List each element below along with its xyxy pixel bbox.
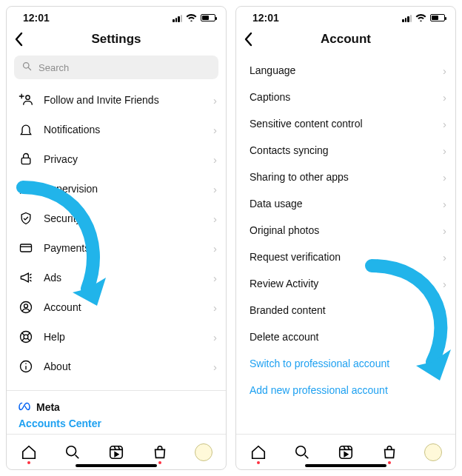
megaphone-icon (19, 270, 33, 285)
supervision-icon (19, 181, 33, 196)
settings-item-help[interactable]: Help › (7, 322, 226, 352)
svg-line-1 (28, 67, 30, 70)
accounts-center-link[interactable]: Accounts Center (19, 418, 214, 429)
chevron-right-icon: › (443, 304, 446, 317)
account-item-branded-content[interactable]: Branded content› (236, 297, 455, 324)
settings-item-label: Privacy (44, 153, 203, 165)
settings-item-notifications[interactable]: Notifications › (7, 115, 226, 144)
list-item-label: Sensitive content control (250, 118, 443, 130)
svg-point-4 (26, 95, 30, 99)
nav-header: Account (236, 26, 455, 53)
status-icons (402, 13, 445, 24)
settings-item-payments[interactable]: Payments › (7, 233, 226, 263)
list-item-label: Add new professional account (250, 384, 446, 396)
list-item-label: Contacts syncing (250, 144, 443, 156)
settings-item-supervision[interactable]: Supervision › (7, 174, 226, 204)
account-screen: 12:01 Account Language› Captions› Sensit… (235, 6, 456, 470)
nav-search[interactable] (62, 442, 83, 463)
chevron-right-icon: › (213, 272, 217, 284)
account-item-contacts[interactable]: Contacts syncing› (236, 137, 455, 164)
back-button[interactable] (14, 32, 33, 47)
account-item-data-usage[interactable]: Data usage› (236, 190, 455, 217)
settings-item-security[interactable]: Security › (7, 204, 226, 233)
svg-line-15 (27, 332, 30, 335)
svg-line-14 (21, 332, 24, 335)
account-item-original-photos[interactable]: Original photos› (236, 217, 455, 244)
svg-point-21 (67, 446, 76, 455)
settings-item-ads[interactable]: Ads › (7, 263, 226, 292)
account-item-sensitive[interactable]: Sensitive content control› (236, 110, 455, 137)
list-item-label: Branded content (250, 304, 443, 316)
svg-rect-8 (21, 244, 32, 252)
search-placeholder: Search (38, 62, 69, 73)
status-time: 12:01 (23, 12, 50, 24)
bell-icon (19, 122, 33, 137)
signal-icon (173, 13, 182, 22)
account-item-request-verification[interactable]: Request verification› (236, 244, 455, 270)
home-indicator (305, 464, 386, 467)
settings-item-label: Notifications (44, 124, 203, 135)
list-item-label: Sharing to other apps (250, 171, 443, 183)
settings-item-label: Follow and Invite Friends (44, 94, 203, 106)
account-item-delete-account[interactable]: Delete account› (236, 324, 455, 350)
account-item-sharing[interactable]: Sharing to other apps› (236, 164, 455, 190)
settings-item-privacy[interactable]: Privacy › (7, 144, 226, 174)
svg-rect-23 (110, 446, 123, 458)
nav-home[interactable] (19, 442, 39, 463)
nav-reels[interactable] (106, 442, 127, 463)
settings-item-label: Account (44, 301, 203, 313)
lock-icon (19, 152, 33, 167)
svg-point-20 (25, 363, 27, 364)
account-item-captions[interactable]: Captions› (236, 84, 455, 110)
nav-shop[interactable] (379, 442, 400, 463)
meta-brand-label: Meta (36, 401, 60, 413)
list-item-label: Delete account (250, 331, 443, 343)
svg-point-13 (24, 335, 28, 339)
back-button[interactable] (244, 32, 263, 47)
account-link-add-professional[interactable]: Add new professional account (236, 377, 455, 403)
account-link-switch-professional[interactable]: Switch to professional account (236, 350, 455, 377)
svg-point-11 (24, 304, 28, 308)
battery-icon (430, 14, 445, 21)
nav-reels[interactable] (335, 442, 356, 463)
meta-brand-line: Meta (19, 401, 214, 413)
chevron-right-icon: › (213, 301, 217, 314)
page-title: Account (263, 32, 429, 47)
nav-profile[interactable] (193, 442, 214, 463)
svg-line-17 (27, 338, 30, 341)
wifi-icon (415, 13, 426, 24)
settings-item-follow-invite[interactable]: Follow and Invite Friends › (7, 85, 226, 115)
list-item-label: Data usage (250, 198, 443, 209)
chevron-right-icon: › (213, 212, 217, 225)
account-item-language[interactable]: Language› (236, 57, 455, 84)
chevron-right-icon: › (443, 278, 446, 290)
chevron-right-icon: › (213, 242, 217, 255)
nav-home[interactable] (248, 442, 269, 463)
settings-item-label: Ads (44, 272, 203, 284)
list-item-label: Language (250, 64, 443, 76)
chevron-right-icon: › (213, 124, 217, 136)
chevron-right-icon: › (443, 198, 446, 210)
svg-rect-5 (21, 158, 30, 164)
nav-shop[interactable] (150, 442, 170, 463)
settings-item-about[interactable]: About › (7, 352, 226, 381)
account-item-review-activity[interactable]: Review Activity› (236, 270, 455, 297)
nav-search[interactable] (292, 442, 312, 463)
settings-item-account[interactable]: Account › (7, 292, 226, 322)
chevron-right-icon: › (443, 118, 446, 130)
notification-dot (27, 461, 30, 464)
chevron-right-icon: › (443, 144, 446, 157)
notification-dot (257, 461, 260, 464)
svg-point-28 (296, 446, 306, 455)
search-input[interactable]: Search (14, 56, 218, 79)
chevron-right-icon: › (213, 361, 217, 373)
signal-icon (402, 13, 412, 22)
chevron-right-icon: › (213, 183, 217, 195)
card-icon (19, 241, 33, 255)
nav-profile[interactable] (423, 442, 443, 463)
avatar (424, 443, 442, 461)
status-icons (173, 13, 215, 24)
help-icon (19, 329, 33, 344)
svg-point-6 (22, 184, 26, 188)
settings-item-label: Supervision (44, 183, 203, 195)
